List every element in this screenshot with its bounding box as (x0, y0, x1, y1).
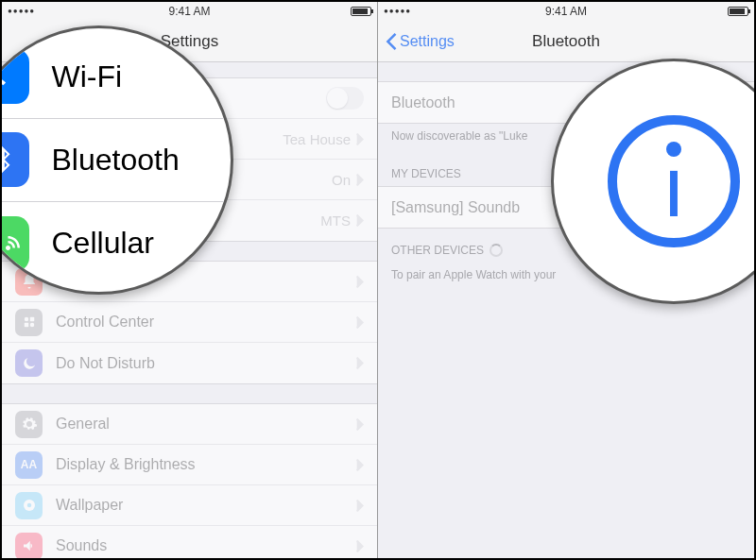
chevron-right-icon (356, 418, 364, 431)
row-value: Tea House (283, 131, 351, 147)
status-bar-right: ●●●●● 9:41 AM (378, 2, 754, 21)
settings-row-do-not-disturb[interactable]: Do Not Disturb (2, 343, 377, 383)
svg-point-0 (24, 317, 28, 322)
lens-cellular-label: Cellular (52, 226, 154, 261)
signal-dots-icon: ●●●●● (8, 7, 35, 15)
sounds-icon (15, 533, 43, 559)
row-value: MTS (320, 212, 351, 229)
chevron-right-icon (356, 174, 364, 186)
settings-row-sounds[interactable]: Sounds (2, 526, 377, 558)
settings-row-general[interactable]: General (2, 404, 377, 445)
airplane-toggle[interactable] (326, 87, 364, 110)
battery-icon (351, 7, 371, 16)
chevron-right-icon (356, 316, 364, 329)
back-button[interactable]: Settings (386, 33, 455, 50)
chevron-right-icon (356, 276, 364, 288)
svg-point-5 (26, 503, 31, 508)
chevron-right-icon (356, 500, 364, 512)
chevron-right-icon (356, 540, 364, 552)
chevron-right-icon (356, 357, 364, 369)
spinner-icon (490, 244, 503, 257)
clock: 9:41 AM (545, 5, 587, 18)
page-title: Bluetooth (532, 32, 600, 51)
chevron-left-icon (386, 33, 397, 50)
signal-dots-icon: ●●●●● (384, 7, 411, 15)
battery-icon (728, 7, 748, 16)
row-label: Control Center (56, 314, 356, 331)
row-label: Sounds (56, 537, 356, 554)
bluetooth-screen: ●●●●● 9:41 AM Settings Bluetooth Bluetoo… (378, 2, 754, 558)
moon-icon (15, 349, 43, 377)
status-bar-left: ●●●●● 9:41 AM (2, 2, 377, 21)
lens-row-bluetooth: Bluetooth (2, 119, 232, 202)
row-label: Wallpaper (56, 497, 356, 514)
lens-wifi-label: Wi-Fi (52, 59, 123, 94)
chevron-right-icon (356, 133, 364, 145)
wallpaper-icon (15, 492, 43, 519)
back-label: Settings (400, 33, 455, 50)
chevron-right-icon (356, 459, 364, 471)
svg-point-1 (29, 323, 34, 328)
row-label: Do Not Disturb (56, 355, 356, 372)
svg-rect-2 (29, 317, 34, 322)
row-value: On (332, 172, 351, 188)
settings-row-control-center[interactable]: Control Center (2, 302, 377, 343)
settings-row-display-brightness[interactable]: AADisplay & Brightness (2, 445, 377, 485)
bluetooth-icon (2, 132, 29, 187)
control-icon (15, 309, 43, 336)
chevron-right-icon (356, 214, 364, 227)
row-label: Display & Brightness (56, 456, 356, 473)
nav-bar: Settings Bluetooth (378, 21, 754, 62)
display-icon: AA (15, 451, 43, 479)
gear-icon (15, 411, 43, 438)
lens-bluetooth-label: Bluetooth (52, 143, 180, 178)
settings-screen: ●●●●● 9:41 AM Settings Airplane ModeWi-F… (2, 2, 378, 558)
row-label: General (56, 416, 356, 433)
info-icon-magnified: ı (608, 115, 740, 247)
clock: 9:41 AM (168, 5, 210, 18)
settings-row-wallpaper[interactable]: Wallpaper (2, 485, 377, 526)
svg-rect-3 (24, 323, 28, 328)
